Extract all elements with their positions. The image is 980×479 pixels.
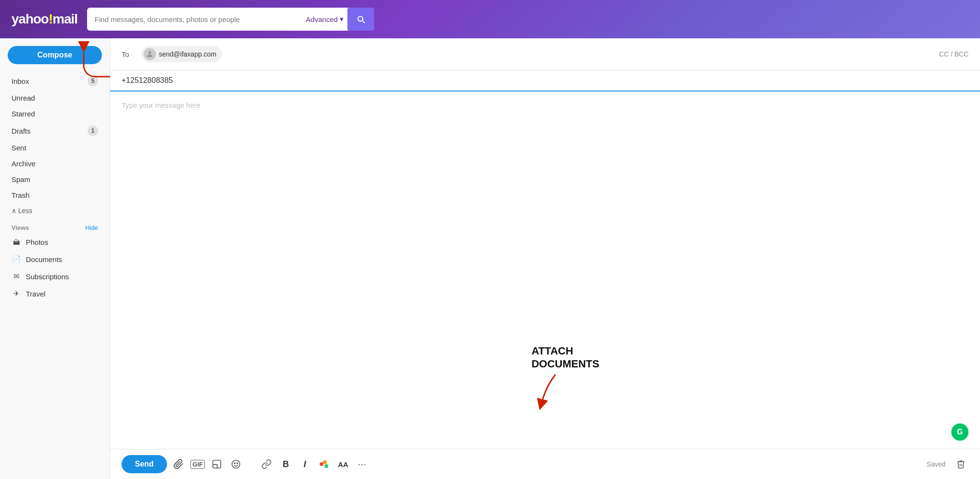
header: yahoo!mail Advanced ▾ (0, 0, 980, 38)
svg-point-6 (323, 460, 327, 464)
to-label: To (122, 50, 136, 58)
svg-point-4 (237, 463, 238, 464)
user-icon (145, 50, 154, 58)
sidebar-item-sent[interactable]: Sent (0, 140, 110, 156)
recipient-chip[interactable]: send@ifaxapp.com (142, 46, 222, 62)
link-icon (261, 459, 272, 469)
search-bar: Advanced ▾ (87, 8, 374, 31)
send-button[interactable]: Send (122, 455, 167, 473)
drafts-badge: 1 (88, 125, 98, 136)
compose-area: To send@ifaxapp.com CC / BCC Type your m… (110, 38, 980, 479)
paperclip-icon (173, 459, 184, 469)
message-body[interactable]: Type your message here ATTACHDOCUMENTS (110, 91, 980, 449)
search-submit-button[interactable] (347, 8, 374, 31)
saved-status: Saved (926, 460, 946, 468)
subscriptions-icon: ✉ (11, 272, 21, 281)
sidebar-item-subscriptions[interactable]: ✉ Subscriptions (0, 268, 110, 285)
italic-button[interactable]: I (297, 456, 312, 472)
emoji-icon (231, 459, 241, 469)
sidebar-item-spam[interactable]: Spam (0, 171, 110, 187)
more-options-button[interactable]: ··· (355, 456, 370, 472)
emoji-button[interactable] (228, 456, 244, 472)
svg-point-3 (234, 463, 235, 464)
sidebar-item-travel[interactable]: ✈ Travel (0, 285, 110, 302)
delete-button[interactable] (953, 456, 969, 472)
sidebar-item-drafts[interactable]: Drafts 1 (0, 122, 110, 140)
to-row: To send@ifaxapp.com CC / BCC (110, 38, 980, 70)
compose-button[interactable]: Compose (8, 46, 102, 64)
cc-bcc-button[interactable]: CC / BCC (939, 50, 969, 58)
attach-annotation-text: ATTACHDOCUMENTS (532, 345, 600, 370)
compose-toolbar: Send GIF (110, 449, 980, 479)
search-input[interactable] (95, 15, 302, 23)
sidebar-item-photos[interactable]: 🏔 Photos (0, 233, 110, 251)
sidebar-item-trash[interactable]: Trash (0, 187, 110, 203)
svg-rect-1 (213, 460, 221, 468)
sidebar-item-starred[interactable]: Starred (0, 106, 110, 122)
attach-button[interactable] (171, 456, 186, 472)
sticker-icon (212, 459, 222, 469)
photos-icon: 🏔 (11, 237, 21, 247)
inbox-badge: 5 (88, 76, 98, 86)
gif-icon: GIF (190, 460, 205, 469)
svg-point-0 (148, 51, 151, 54)
attach-arrow (532, 372, 570, 411)
sidebar-item-unread[interactable]: Unread (0, 90, 110, 106)
travel-icon: ✈ (11, 289, 21, 298)
sidebar-item-inbox[interactable]: Inbox 5 (0, 72, 110, 90)
subject-row (110, 70, 980, 91)
gif-button[interactable]: GIF (190, 456, 205, 472)
hide-views-button[interactable]: Hide (85, 224, 98, 231)
colors-icon (319, 459, 329, 469)
advanced-button[interactable]: Advanced ▾ (306, 15, 344, 23)
svg-point-2 (232, 460, 240, 468)
font-size-button[interactable]: AA (335, 456, 351, 472)
search-icon (356, 14, 366, 24)
svg-point-7 (324, 464, 328, 468)
subject-input[interactable] (122, 76, 969, 85)
message-placeholder: Type your message here (122, 101, 200, 109)
views-section: Views Hide (0, 218, 110, 233)
less-button[interactable]: ∧ Less (0, 203, 110, 218)
colors-button[interactable] (316, 456, 332, 472)
sticker-button[interactable] (209, 456, 224, 472)
main-layout: Compose Inbox 5 Unread Starred Drafts 1 … (0, 38, 980, 479)
sidebar-item-documents[interactable]: 📄 Documents (0, 251, 110, 268)
bold-button[interactable]: B (278, 456, 293, 472)
link-button[interactable] (259, 456, 274, 472)
attach-annotation: ATTACHDOCUMENTS (532, 345, 600, 411)
documents-icon: 📄 (11, 254, 21, 264)
svg-point-5 (320, 462, 323, 466)
trash-icon (956, 459, 966, 469)
grammarly-button[interactable]: G (951, 423, 969, 441)
logo: yahoo!mail (11, 11, 78, 27)
sidebar-item-archive[interactable]: Archive (0, 156, 110, 171)
sidebar: Compose Inbox 5 Unread Starred Drafts 1 … (0, 38, 110, 479)
avatar (144, 48, 156, 60)
